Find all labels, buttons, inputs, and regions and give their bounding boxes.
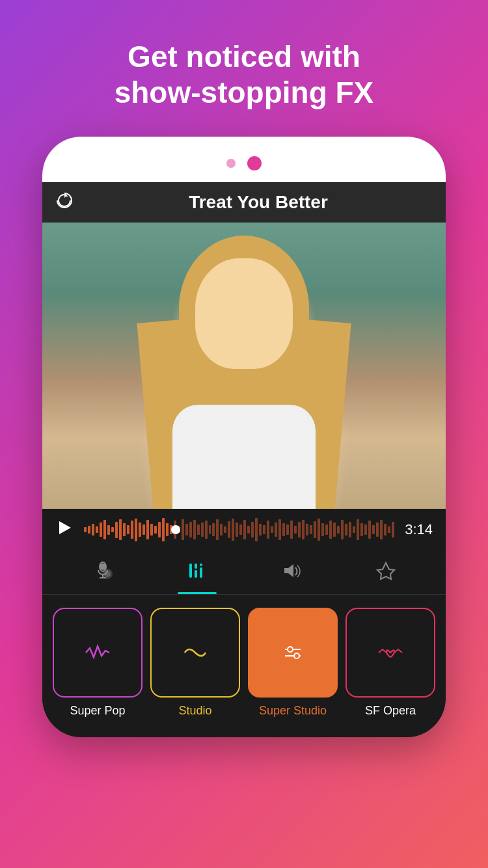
- svg-rect-7: [189, 566, 192, 578]
- fx-super-studio[interactable]: Super Studio: [248, 608, 338, 718]
- svg-marker-0: [59, 521, 71, 534]
- dot-2[interactable]: [247, 156, 262, 170]
- playhead: [171, 525, 180, 534]
- song-title: Treat You Better: [84, 192, 433, 213]
- fx-box-super-pop[interactable]: [53, 608, 142, 698]
- fx-label-super-studio: Super Studio: [259, 704, 327, 718]
- svg-marker-13: [284, 564, 293, 577]
- mic-icon: [93, 561, 113, 585]
- fx-label-super-pop: Super Pop: [70, 704, 125, 718]
- fx-label-sf-opera: SF Opera: [365, 704, 416, 718]
- tab-bar: [42, 550, 446, 595]
- playback-bar: 3:14: [42, 509, 446, 550]
- header-section: Get noticed with show-stopping FX: [88, 0, 400, 111]
- svg-point-17: [294, 653, 299, 658]
- video-area: [42, 223, 446, 509]
- fx-studio[interactable]: Studio: [150, 608, 240, 718]
- fx-sf-opera[interactable]: SF Opera: [346, 608, 435, 718]
- page-dots: [42, 156, 446, 170]
- fx-grid: Super Pop Studio: [42, 595, 446, 737]
- fx-box-sf-opera[interactable]: [346, 608, 435, 698]
- tab-mic[interactable]: [55, 561, 150, 594]
- phone-mockup: Treat You Better 3:14: [42, 137, 446, 737]
- volume-icon: [282, 561, 301, 585]
- svg-point-6: [104, 571, 111, 577]
- fx-label-studio: Studio: [178, 704, 211, 718]
- svg-rect-9: [195, 570, 197, 578]
- phone-screen: Treat You Better 3:14: [42, 182, 446, 737]
- tab-volume[interactable]: [244, 561, 338, 594]
- svg-point-16: [288, 647, 293, 652]
- play-button[interactable]: [55, 519, 74, 541]
- fx-box-super-studio[interactable]: [248, 608, 338, 698]
- svg-rect-8: [189, 563, 192, 567]
- waveform[interactable]: [84, 518, 394, 541]
- fx-icon: [187, 561, 207, 585]
- time-display: 3:14: [405, 521, 433, 538]
- svg-rect-11: [200, 567, 202, 578]
- song-header: Treat You Better: [42, 182, 446, 223]
- dot-1[interactable]: [226, 159, 236, 168]
- waveform-bars: [84, 518, 394, 541]
- restart-icon[interactable]: [55, 191, 74, 213]
- svg-rect-12: [200, 563, 202, 566]
- headline: Get noticed with show-stopping FX: [88, 39, 400, 111]
- fx-super-pop[interactable]: Super Pop: [53, 608, 142, 718]
- tab-fx[interactable]: [150, 561, 244, 594]
- tab-tune[interactable]: [338, 561, 433, 594]
- svg-rect-10: [195, 563, 197, 569]
- tune-icon: [376, 561, 396, 585]
- fx-box-studio[interactable]: [150, 608, 240, 698]
